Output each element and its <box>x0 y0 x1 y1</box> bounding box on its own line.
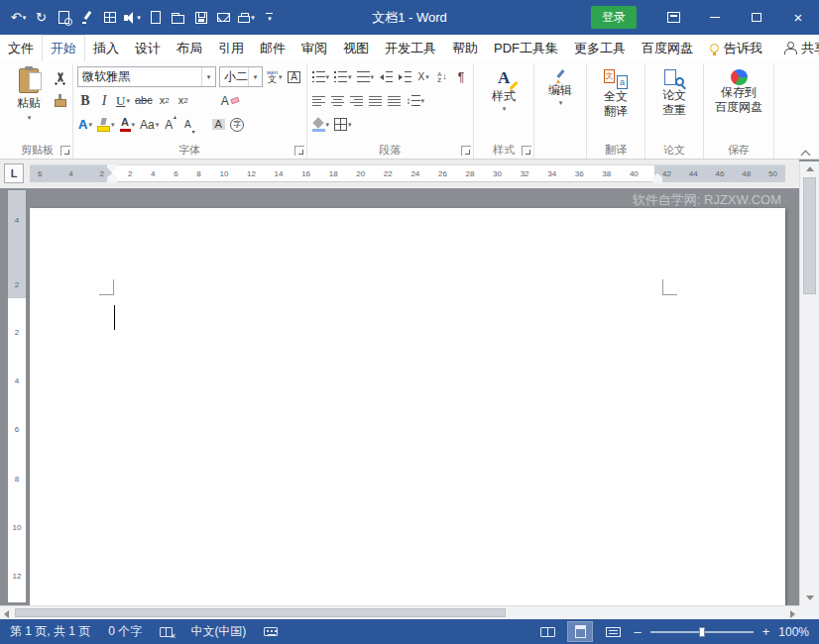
page-indicator[interactable]: 第 1 页, 共 1 页 <box>10 623 90 640</box>
underline-button[interactable]: U▾ <box>115 91 131 111</box>
input-mode-button[interactable] <box>264 627 278 636</box>
phonetic-guide-button[interactable]: wén文▾ <box>266 67 284 87</box>
superscript-button[interactable]: x2 <box>176 91 191 111</box>
word-count[interactable]: 0 个字 <box>108 623 142 640</box>
scroll-left-arrow[interactable] <box>4 610 9 618</box>
zoom-slider[interactable] <box>650 631 754 633</box>
tab-file[interactable]: 文件 <box>0 35 42 61</box>
borders-button[interactable]: ▾ <box>333 115 353 135</box>
zoom-in-button[interactable]: + <box>762 624 770 639</box>
minimize-button[interactable] <box>694 0 736 35</box>
tab-help[interactable]: 帮助 <box>444 35 486 61</box>
horizontal-scrollbar[interactable] <box>0 605 799 619</box>
chevron-down-icon[interactable]: ▾ <box>248 67 262 86</box>
tab-insert[interactable]: 插入 <box>85 35 127 61</box>
print-layout-button[interactable] <box>568 622 592 641</box>
full-text-translate-button[interactable]: 文a 全文 翻译 <box>591 66 641 119</box>
draw-table-button[interactable] <box>101 7 118 29</box>
subscript-button[interactable]: x2 <box>157 91 173 111</box>
new-document-button[interactable] <box>147 7 164 29</box>
decrease-indent-button[interactable] <box>378 67 394 87</box>
chevron-down-icon[interactable]: ▾ <box>201 67 215 86</box>
numbering-button[interactable]: ▾ <box>333 67 353 87</box>
font-size-select[interactable]: 小二▾ <box>219 66 263 87</box>
horizontal-ruler[interactable]: 642 246810121416182022242628303234363840… <box>30 164 785 182</box>
read-aloud-button[interactable]: ▾ <box>124 7 141 29</box>
email-button[interactable] <box>215 7 232 29</box>
character-shading-button[interactable]: A <box>210 115 226 135</box>
shrink-font-button[interactable]: A▾ <box>181 115 197 135</box>
font-color-button[interactable]: A▾ <box>119 115 137 135</box>
increase-indent-button[interactable] <box>397 67 412 87</box>
share-button[interactable]: 共享 <box>771 35 819 61</box>
language-indicator[interactable]: 中文(中国) <box>190 623 246 640</box>
ribbon-display-options-button[interactable] <box>652 0 694 35</box>
multilevel-list-button[interactable]: ▾ <box>356 67 376 87</box>
vertical-ruler[interactable]: 42 24681012 <box>8 190 26 602</box>
tab-review[interactable]: 审阅 <box>293 35 335 61</box>
show-marks-button[interactable]: ¶ <box>453 67 469 87</box>
tab-view[interactable]: 视图 <box>335 35 377 61</box>
character-border-button[interactable]: A <box>287 67 302 87</box>
scroll-right-arrow[interactable] <box>790 610 795 618</box>
align-center-button[interactable] <box>330 91 346 111</box>
change-case-button[interactable]: Aa▾ <box>139 115 160 135</box>
document-page[interactable] <box>30 208 785 605</box>
align-right-button[interactable] <box>349 91 365 111</box>
quick-print-button[interactable]: ▾ <box>238 7 255 29</box>
zoom-level[interactable]: 100% <box>778 625 809 639</box>
italic-button[interactable]: I <box>96 91 112 111</box>
horizontal-scroll-thumb[interactable] <box>15 608 506 617</box>
read-mode-button[interactable] <box>535 622 559 641</box>
styles-dialog-launcher[interactable] <box>522 146 531 156</box>
tab-developer[interactable]: 开发工具 <box>377 35 444 61</box>
vertical-scrollbar[interactable] <box>799 161 819 605</box>
zoom-slider-thumb[interactable] <box>699 627 705 637</box>
maximize-button[interactable] <box>736 0 777 35</box>
open-button[interactable] <box>170 7 186 29</box>
strikethrough-button[interactable]: abc <box>134 91 154 111</box>
customize-qat-button[interactable]: ▾ <box>261 7 278 29</box>
asian-layout-button[interactable]: X▾ <box>415 67 431 87</box>
save-to-netdisk-button[interactable]: 保存到 百度网盘 <box>708 66 769 115</box>
scroll-up-arrow[interactable] <box>806 166 814 171</box>
text-highlight-button[interactable]: ▾ <box>96 115 116 135</box>
clear-formatting-button[interactable]: A <box>220 91 240 111</box>
vertical-scroll-thumb[interactable] <box>803 177 816 294</box>
editing-button[interactable]: 编辑 ▾ <box>538 66 582 107</box>
print-preview-button[interactable] <box>56 7 72 29</box>
scroll-down-arrow[interactable] <box>806 595 814 600</box>
styles-button[interactable]: A 样式 ▾ <box>478 66 529 113</box>
cut-button[interactable] <box>54 72 66 85</box>
paragraph-dialog-launcher[interactable] <box>461 146 471 156</box>
distribute-button[interactable] <box>387 91 403 111</box>
tell-me-box[interactable]: 告诉我 <box>701 35 771 61</box>
justify-button[interactable] <box>368 91 384 111</box>
tab-stop-selector[interactable]: L <box>4 163 24 183</box>
tab-layout[interactable]: 布局 <box>169 35 210 61</box>
sort-button[interactable]: AZ↓ <box>434 67 450 87</box>
font-dialog-launcher[interactable] <box>294 146 304 156</box>
paper-check-button[interactable]: 论文 查重 <box>649 66 699 118</box>
align-left-button[interactable] <box>311 91 327 111</box>
tab-baidu-netdisk[interactable]: 百度网盘 <box>634 35 701 61</box>
tab-home[interactable]: 开始 <box>42 35 85 61</box>
line-spacing-button[interactable]: ↕▾ <box>406 91 426 111</box>
clipboard-dialog-launcher[interactable] <box>60 146 70 156</box>
tab-design[interactable]: 设计 <box>127 35 169 61</box>
bold-button[interactable]: B <box>77 91 93 111</box>
web-layout-button[interactable] <box>601 622 625 641</box>
zoom-out-button[interactable]: – <box>634 624 641 639</box>
close-button[interactable]: × <box>777 0 819 35</box>
format-painter-button[interactable] <box>55 94 65 107</box>
bullets-button[interactable]: ▾ <box>311 67 331 87</box>
spelling-grammar-button[interactable] <box>78 7 95 29</box>
tab-more-tools[interactable]: 更多工具 <box>566 35 634 61</box>
proofing-status-button[interactable] <box>160 627 173 637</box>
text-effects-button[interactable]: A▾ <box>77 115 93 135</box>
tab-references[interactable]: 引用 <box>210 35 252 61</box>
shading-button[interactable]: ▾ <box>311 115 331 135</box>
grow-font-button[interactable]: A▾ <box>163 115 178 135</box>
font-name-select[interactable]: 微软雅黑▾ <box>77 66 216 87</box>
tab-mailings[interactable]: 邮件 <box>252 35 293 61</box>
